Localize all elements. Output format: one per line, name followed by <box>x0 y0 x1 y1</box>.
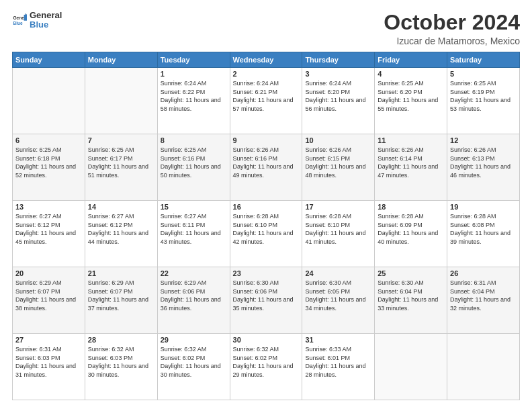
month-title: October 2024 <box>384 11 520 34</box>
table-row: 17Sunrise: 6:28 AMSunset: 6:10 PMDayligh… <box>302 201 375 267</box>
col-wednesday: Wednesday <box>230 52 302 68</box>
col-sunday: Sunday <box>13 52 85 68</box>
day-info: Sunrise: 6:33 AMSunset: 6:01 PMDaylight:… <box>305 345 371 379</box>
table-row: 31Sunrise: 6:33 AMSunset: 6:01 PMDayligh… <box>302 334 375 400</box>
day-number: 26 <box>450 269 517 277</box>
table-row: 18Sunrise: 6:28 AMSunset: 6:09 PMDayligh… <box>375 201 447 267</box>
day-number: 19 <box>450 203 517 211</box>
day-info: Sunrise: 6:25 AMSunset: 6:20 PMDaylight:… <box>378 79 444 113</box>
day-info: Sunrise: 6:26 AMSunset: 6:16 PMDaylight:… <box>233 146 300 179</box>
day-info: Sunrise: 6:27 AMSunset: 6:12 PMDaylight:… <box>88 212 154 246</box>
svg-marker-2 <box>24 15 27 21</box>
table-row: 10Sunrise: 6:26 AMSunset: 6:15 PMDayligh… <box>302 134 375 201</box>
day-info: Sunrise: 6:24 AMSunset: 6:22 PMDaylight:… <box>161 79 227 113</box>
day-info: Sunrise: 6:28 AMSunset: 6:10 PMDaylight:… <box>233 212 300 246</box>
day-number: 5 <box>450 70 517 78</box>
day-info: Sunrise: 6:24 AMSunset: 6:21 PMDaylight:… <box>233 79 300 113</box>
day-number: 15 <box>161 203 227 211</box>
table-row: 3Sunrise: 6:24 AMSunset: 6:20 PMDaylight… <box>302 68 375 134</box>
table-row: 8Sunrise: 6:25 AMSunset: 6:16 PMDaylight… <box>157 134 230 201</box>
day-info: Sunrise: 6:32 AMSunset: 6:03 PMDaylight:… <box>88 345 154 379</box>
table-row: 6Sunrise: 6:25 AMSunset: 6:18 PMDaylight… <box>13 134 85 201</box>
day-info: Sunrise: 6:32 AMSunset: 6:02 PMDaylight:… <box>161 345 227 379</box>
day-number: 16 <box>233 203 300 211</box>
table-row: 13Sunrise: 6:27 AMSunset: 6:12 PMDayligh… <box>13 201 85 267</box>
table-row: 1Sunrise: 6:24 AMSunset: 6:22 PMDaylight… <box>157 68 230 134</box>
table-row: 16Sunrise: 6:28 AMSunset: 6:10 PMDayligh… <box>230 201 302 267</box>
day-info: Sunrise: 6:28 AMSunset: 6:09 PMDaylight:… <box>378 212 444 246</box>
day-number: 29 <box>161 336 227 344</box>
day-info: Sunrise: 6:31 AMSunset: 6:03 PMDaylight:… <box>15 345 82 379</box>
day-info: Sunrise: 6:26 AMSunset: 6:14 PMDaylight:… <box>378 146 444 179</box>
col-thursday: Thursday <box>302 52 375 68</box>
logo: General Blue General Blue <box>12 11 62 30</box>
table-row: 24Sunrise: 6:30 AMSunset: 6:05 PMDayligh… <box>302 267 375 334</box>
day-info: Sunrise: 6:31 AMSunset: 6:04 PMDaylight:… <box>450 279 517 312</box>
day-info: Sunrise: 6:30 AMSunset: 6:06 PMDaylight:… <box>233 279 300 312</box>
col-monday: Monday <box>85 52 157 68</box>
day-number: 3 <box>305 70 371 78</box>
table-row: 19Sunrise: 6:28 AMSunset: 6:08 PMDayligh… <box>447 201 520 267</box>
day-number: 14 <box>88 203 154 211</box>
day-number: 9 <box>233 136 300 144</box>
col-friday: Friday <box>375 52 447 68</box>
day-info: Sunrise: 6:26 AMSunset: 6:15 PMDaylight:… <box>305 146 371 179</box>
svg-text:Blue: Blue <box>13 21 23 26</box>
day-number: 25 <box>378 269 444 277</box>
table-row: 27Sunrise: 6:31 AMSunset: 6:03 PMDayligh… <box>13 334 85 400</box>
day-info: Sunrise: 6:24 AMSunset: 6:20 PMDaylight:… <box>305 79 371 113</box>
calendar-week-row: 1Sunrise: 6:24 AMSunset: 6:22 PMDaylight… <box>13 68 520 134</box>
table-row: 14Sunrise: 6:27 AMSunset: 6:12 PMDayligh… <box>85 201 157 267</box>
calendar-week-row: 13Sunrise: 6:27 AMSunset: 6:12 PMDayligh… <box>13 201 520 267</box>
col-tuesday: Tuesday <box>157 52 230 68</box>
day-info: Sunrise: 6:28 AMSunset: 6:10 PMDaylight:… <box>305 212 371 246</box>
title-section: October 2024 Izucar de Matamoros, Mexico <box>384 11 520 46</box>
day-info: Sunrise: 6:25 AMSunset: 6:19 PMDaylight:… <box>450 79 517 113</box>
header: General Blue General Blue October 2024 I… <box>12 11 520 46</box>
table-row: 11Sunrise: 6:26 AMSunset: 6:14 PMDayligh… <box>375 134 447 201</box>
day-info: Sunrise: 6:29 AMSunset: 6:06 PMDaylight:… <box>161 279 227 312</box>
table-row: 28Sunrise: 6:32 AMSunset: 6:03 PMDayligh… <box>85 334 157 400</box>
table-row <box>85 68 157 134</box>
day-number: 6 <box>15 136 82 144</box>
day-info: Sunrise: 6:27 AMSunset: 6:11 PMDaylight:… <box>161 212 227 246</box>
logo-general: General <box>30 11 62 20</box>
calendar-week-row: 27Sunrise: 6:31 AMSunset: 6:03 PMDayligh… <box>13 334 520 400</box>
day-number: 7 <box>88 136 154 144</box>
table-row: 9Sunrise: 6:26 AMSunset: 6:16 PMDaylight… <box>230 134 302 201</box>
day-number: 20 <box>15 269 82 277</box>
day-number: 11 <box>378 136 444 144</box>
day-number: 8 <box>161 136 227 144</box>
day-info: Sunrise: 6:29 AMSunset: 6:07 PMDaylight:… <box>88 279 154 312</box>
table-row: 26Sunrise: 6:31 AMSunset: 6:04 PMDayligh… <box>447 267 520 334</box>
day-number: 28 <box>88 336 154 344</box>
day-info: Sunrise: 6:30 AMSunset: 6:04 PMDaylight:… <box>378 279 444 312</box>
table-row: 22Sunrise: 6:29 AMSunset: 6:06 PMDayligh… <box>157 267 230 334</box>
day-number: 30 <box>233 336 300 344</box>
day-number: 27 <box>15 336 82 344</box>
table-row <box>13 68 85 134</box>
table-row: 5Sunrise: 6:25 AMSunset: 6:19 PMDaylight… <box>447 68 520 134</box>
day-number: 13 <box>15 203 82 211</box>
page: General Blue General Blue October 2024 I… <box>0 0 532 411</box>
table-row: 30Sunrise: 6:32 AMSunset: 6:02 PMDayligh… <box>230 334 302 400</box>
day-info: Sunrise: 6:28 AMSunset: 6:08 PMDaylight:… <box>450 212 517 246</box>
calendar-week-row: 20Sunrise: 6:29 AMSunset: 6:07 PMDayligh… <box>13 267 520 334</box>
table-row: 29Sunrise: 6:32 AMSunset: 6:02 PMDayligh… <box>157 334 230 400</box>
day-number: 10 <box>305 136 371 144</box>
table-row: 15Sunrise: 6:27 AMSunset: 6:11 PMDayligh… <box>157 201 230 267</box>
calendar-table: Sunday Monday Tuesday Wednesday Thursday… <box>12 52 520 400</box>
day-number: 12 <box>450 136 517 144</box>
table-row: 12Sunrise: 6:26 AMSunset: 6:13 PMDayligh… <box>447 134 520 201</box>
calendar-body: 1Sunrise: 6:24 AMSunset: 6:22 PMDaylight… <box>13 68 520 400</box>
day-number: 17 <box>305 203 371 211</box>
col-saturday: Saturday <box>447 52 520 68</box>
table-row: 23Sunrise: 6:30 AMSunset: 6:06 PMDayligh… <box>230 267 302 334</box>
calendar-week-row: 6Sunrise: 6:25 AMSunset: 6:18 PMDaylight… <box>13 134 520 201</box>
day-info: Sunrise: 6:26 AMSunset: 6:13 PMDaylight:… <box>450 146 517 179</box>
location-title: Izucar de Matamoros, Mexico <box>384 36 520 46</box>
day-info: Sunrise: 6:25 AMSunset: 6:16 PMDaylight:… <box>161 146 227 179</box>
svg-marker-3 <box>26 13 27 15</box>
day-number: 23 <box>233 269 300 277</box>
table-row: 7Sunrise: 6:25 AMSunset: 6:17 PMDaylight… <box>85 134 157 201</box>
